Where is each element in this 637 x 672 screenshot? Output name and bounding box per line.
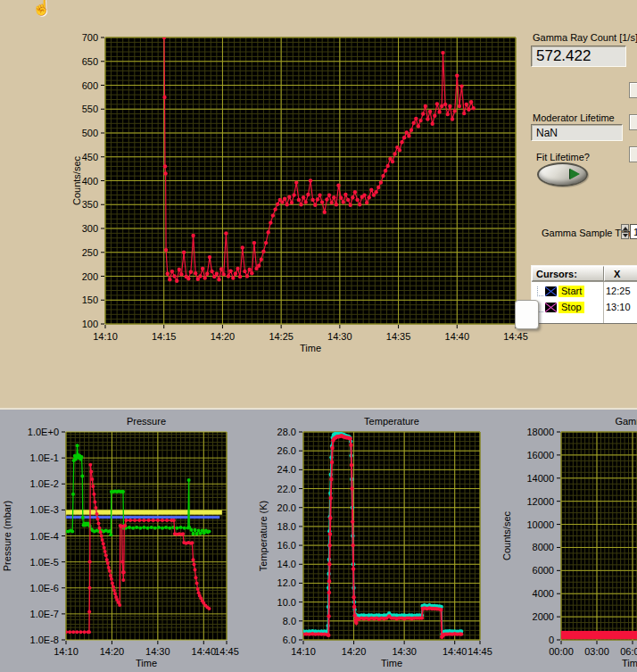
gamma-sample-time-value[interactable]: 1: [630, 224, 637, 239]
cursor-crosshair-icon: [545, 286, 557, 296]
gamma-ray-count-display: 572.422: [531, 46, 626, 67]
operate-hand-cursor-icon: ☝: [32, 0, 51, 17]
spinner-up-icon[interactable]: [621, 224, 629, 231]
fit-lifetime-label: Fit Lifetime?: [536, 152, 590, 162]
cursor-row-start[interactable]: Start12:25: [532, 282, 637, 298]
clipped-edge-control-3[interactable]: [629, 146, 637, 162]
spinner-down-icon[interactable]: [621, 232, 629, 239]
moderator-lifetime-label: Moderator Lifetime: [533, 112, 615, 123]
cursors-header-row: Cursors: X: [532, 266, 637, 281]
cursor-x-value: 12:25: [606, 286, 637, 296]
bottom-panel-background: [0, 410, 637, 672]
cursor-crosshair-icon: [545, 303, 557, 312]
gamma-sample-time-spinner[interactable]: [621, 224, 629, 239]
cursor-list: Start12:25Stop13:10: [532, 281, 637, 323]
gamma-ray-count-value: 572.422: [536, 47, 591, 65]
gamma-ray-count-label: Gamma Ray Count [1/s]: [533, 32, 637, 43]
cursors-x-column-header: X: [604, 266, 637, 281]
cursors-panel: Cursors: X Start12:25Stop13:10: [531, 265, 637, 323]
cursor-row-stop[interactable]: Stop13:10: [532, 298, 637, 314]
cursor-mover-pad[interactable]: [515, 300, 539, 329]
clipped-edge-control-1[interactable]: [629, 82, 637, 98]
clipped-edge-control-2[interactable]: [629, 114, 637, 130]
cursor-x-value: 13:10: [606, 302, 637, 312]
cursor-name-chip[interactable]: Stop: [558, 302, 584, 313]
moderator-lifetime-display: NaN: [531, 124, 623, 141]
green-arrow-icon: [570, 169, 580, 179]
cursors-header-label: Cursors:: [532, 266, 604, 281]
cursor-name-chip[interactable]: Start: [558, 286, 584, 297]
labview-front-panel: 1001502002503003504004505005506006507001…: [0, 0, 637, 672]
tree-branch-line: [537, 286, 543, 296]
moderator-lifetime-value: NaN: [536, 127, 558, 139]
fit-lifetime-button[interactable]: [537, 162, 588, 187]
